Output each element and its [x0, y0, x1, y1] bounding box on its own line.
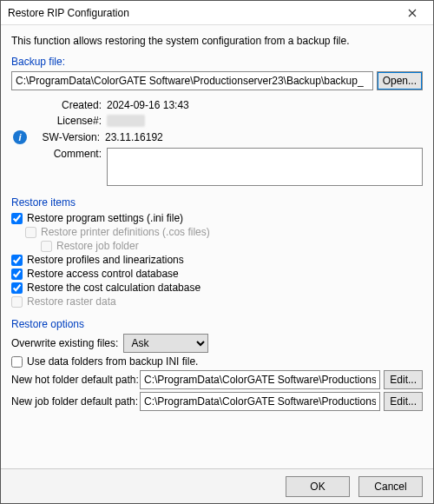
use-ini-folders-checkbox[interactable] — [11, 356, 23, 368]
hot-folder-input[interactable] — [140, 370, 380, 389]
titlebar: Restore RIP Configuration — [1, 1, 433, 25]
hot-folder-label: New hot folder default path: — [11, 374, 140, 386]
license-label: License#: — [32, 115, 102, 127]
restore-cost-calc[interactable]: Restore the cost calculation database — [11, 282, 423, 294]
created-value: 2024-09-16 13:43 — [107, 99, 189, 111]
restore-program-settings-checkbox[interactable] — [11, 213, 23, 224]
restore-program-settings[interactable]: Restore program settings (.ini file) — [11, 212, 423, 224]
restore-raster-data-checkbox — [11, 296, 23, 308]
backup-meta: Created: 2024-09-16 13:43 License#: i SW… — [32, 99, 423, 186]
restore-printer-defs: Restore printer definitions (.cos files) — [25, 226, 423, 238]
restore-raster-data: Restore raster data — [11, 295, 423, 308]
use-ini-folders[interactable]: Use data folders from backup INI file. — [11, 355, 423, 368]
restore-job-folder-checkbox — [41, 241, 52, 252]
version-label: SW-Version: — [30, 131, 100, 143]
overwrite-select[interactable]: Ask — [123, 334, 208, 353]
cancel-button[interactable]: Cancel — [358, 476, 423, 497]
restore-job-folder: Restore job folder — [41, 240, 423, 252]
close-icon[interactable] — [397, 2, 428, 24]
restore-profiles[interactable]: Restore profiles and linearizations — [11, 254, 423, 266]
restore-access-control[interactable]: Restore access control database — [11, 268, 423, 280]
dialog-window: Restore RIP Configuration This function … — [0, 0, 434, 504]
job-folder-label: New job folder default path: — [11, 395, 140, 408]
restore-access-control-checkbox[interactable] — [11, 269, 23, 280]
info-icon: i — [13, 130, 27, 144]
dialog-footer: OK Cancel — [1, 468, 433, 503]
version-value: 23.11.16192 — [105, 131, 163, 143]
comment-label: Comment: — [32, 148, 102, 160]
comment-input[interactable] — [107, 148, 423, 186]
intro-text: This function allows restoring the syste… — [11, 35, 423, 47]
restore-options-header: Restore options — [11, 318, 423, 330]
backup-file-label: Backup file: — [11, 56, 423, 68]
ok-button[interactable]: OK — [286, 476, 350, 497]
dialog-content: This function allows restoring the syste… — [1, 25, 433, 468]
created-label: Created: — [32, 99, 102, 111]
backup-file-input[interactable] — [11, 71, 373, 90]
restore-profiles-checkbox[interactable] — [11, 255, 23, 266]
edit-hot-folder-button[interactable]: Edit... — [384, 370, 423, 389]
restore-printer-defs-checkbox — [25, 227, 36, 238]
open-button[interactable]: Open... — [377, 71, 423, 90]
edit-job-folder-button[interactable]: Edit... — [384, 392, 423, 411]
window-title: Restore RIP Configuration — [8, 7, 397, 19]
overwrite-label: Overwrite existing files: — [11, 337, 118, 349]
license-value-redacted — [107, 115, 145, 127]
restore-cost-calc-checkbox[interactable] — [11, 282, 23, 294]
job-folder-input[interactable] — [140, 392, 380, 411]
restore-items-header: Restore items — [11, 196, 423, 209]
